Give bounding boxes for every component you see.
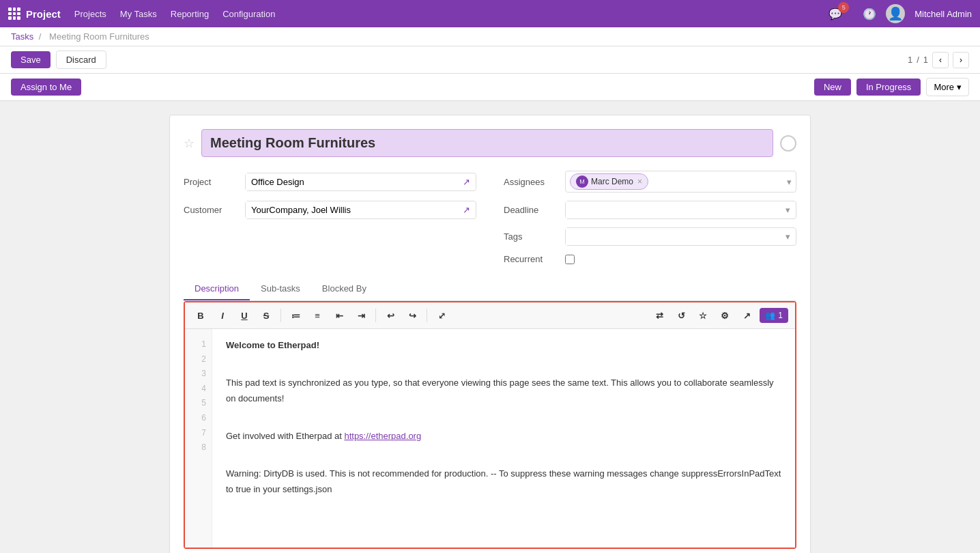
status-bar: Assign to Me New In Progress More ▾ [0,74,980,101]
tags-input-wrapper: ▾ [565,227,796,246]
nav-my-tasks[interactable]: My Tasks [120,9,157,19]
line-numbers: 1 2 3 4 5 6 7 8 [185,329,212,548]
project-input-wrapper: ↗ [245,173,476,191]
user-name: Mitchell Admin [914,9,972,19]
discard-button[interactable]: Discard [56,51,106,69]
breadcrumb: Tasks / Meeting Room Furnitures [11,31,152,42]
customer-input[interactable] [246,201,457,218]
tab-subtasks[interactable]: Sub-tasks [250,278,311,300]
deadline-input[interactable] [566,201,780,218]
redo-button[interactable]: ↪ [403,307,421,324]
indent-right-button[interactable]: ⇥ [352,307,370,324]
sync-icon[interactable]: ⇄ [650,307,668,324]
indent-left-button[interactable]: ⇤ [330,307,348,324]
customer-field-row: Customer ↗ [184,201,476,219]
strikethrough-button[interactable]: S [257,307,275,324]
collaborators-button[interactable]: 👥 1 [760,308,788,323]
project-input[interactable] [246,173,457,190]
italic-button[interactable]: I [214,307,231,324]
avatar[interactable]: 👤 [886,4,905,23]
more-button[interactable]: More ▾ [926,78,969,96]
brand: Project [8,8,61,20]
pager-next[interactable]: › [953,52,969,68]
line-6: 6 [190,411,206,426]
underline-button[interactable]: U [235,307,253,324]
nav-configuration[interactable]: Configuration [222,9,275,19]
line-1: 1 [190,337,206,352]
pad-line-3: This pad text is synchronized as you typ… [226,375,781,407]
assignees-input[interactable]: M Marc Demo × ▾ [565,171,796,193]
empty-left2 [184,254,476,264]
history-icon[interactable]: ↺ [672,307,690,324]
new-button[interactable]: New [814,79,851,96]
line-2: 2 [190,352,206,367]
assignee-remove-icon[interactable]: × [637,177,642,186]
save-button[interactable]: Save [11,51,51,68]
pager: 1 / 1 ‹ › [908,52,969,68]
tags-input[interactable] [566,228,780,245]
line-3: 3 [190,367,206,382]
project-external-link-icon[interactable]: ↗ [457,177,476,187]
pad-line-6 [226,446,781,462]
project-label: Project [184,177,238,187]
ordered-list-button[interactable]: ≔ [287,307,304,324]
chevron-down-icon: ▾ [787,177,792,187]
breadcrumb-separator: / [39,31,42,42]
notification-icon[interactable]: 💬5 [828,6,853,20]
deadline-field-row: Deadline ▾ [504,201,796,219]
bold-button[interactable]: B [192,307,210,324]
breadcrumb-parent[interactable]: Tasks [11,31,33,42]
recurrent-field-row: Recurrent [504,254,796,264]
undo-button[interactable]: ↩ [381,307,399,324]
star-toolbar-icon[interactable]: ☆ [694,307,712,324]
navbar-menu: Projects My Tasks Reporting Configuratio… [74,9,276,19]
assignee-tag: M Marc Demo × [570,173,648,190]
collaborators-icon: 👥 [765,311,775,320]
assignee-name: Marc Demo [591,177,633,186]
task-title-input[interactable] [201,129,773,157]
toolbar-sep-3 [427,309,427,322]
breadcrumb-current: Meeting Room Furnitures [49,31,149,42]
editor-toolbar: B I U S ≔ ≡ ⇤ ⇥ ↩ ↪ ⤢ ⇄ ↺ ☆ ⚙ ↗ [185,302,795,329]
toolbar-sep-1 [280,309,281,322]
nav-projects[interactable]: Projects [74,9,106,19]
clock-icon[interactable]: 🕐 [863,8,876,20]
tab-description[interactable]: Description [184,278,250,300]
main-content: ☆ Project ↗ Assignees M Marc Demo [0,101,980,553]
toolbar-sep-2 [375,309,376,322]
unordered-list-button[interactable]: ≡ [308,307,326,324]
recurrent-checkbox[interactable] [565,255,575,264]
share-icon[interactable]: ↗ [738,307,755,324]
assignees-label: Assignees [504,177,558,187]
customer-input-wrapper: ↗ [245,201,476,219]
toolbar-right: ⇄ ↺ ☆ ⚙ ↗ 👥 1 [650,307,788,324]
settings-icon[interactable]: ⚙ [716,307,734,324]
assign-to-me-button[interactable]: Assign to Me [11,79,81,96]
tags-label: Tags [504,231,558,242]
assignee-avatar: M [576,175,588,188]
pad-line-1: Welcome to Etherpad! [226,337,781,353]
etherpad-link[interactable]: https://etherpad.org [344,431,421,441]
line-5: 5 [190,396,206,411]
pad-line-2 [226,356,781,371]
form-card: ☆ Project ↗ Assignees M Marc Demo [169,115,811,553]
circle-button[interactable] [780,135,796,152]
navbar-right: 💬5 🕐 👤 Mitchell Admin [828,4,972,23]
project-field-row: Project ↗ [184,171,476,193]
pad-wrapper: 1 2 3 4 5 6 7 8 Welcome to Etherpad! Thi… [185,329,795,548]
tabs: Description Sub-tasks Blocked By [184,278,796,301]
pager-prev[interactable]: ‹ [932,52,949,68]
calendar-icon: ▾ [780,205,796,215]
nav-reporting[interactable]: Reporting [171,9,209,19]
expand-button[interactable]: ⤢ [433,307,450,324]
assignees-field-row: Assignees M Marc Demo × ▾ [504,171,796,193]
tab-blocked-by[interactable]: Blocked By [311,278,377,300]
pad-line-4 [226,410,781,425]
star-icon[interactable]: ☆ [184,136,194,151]
grid-icon[interactable] [8,8,20,20]
pad-content[interactable]: Welcome to Etherpad! This pad text is sy… [212,329,795,548]
customer-label: Customer [184,205,238,215]
tags-chevron-icon: ▾ [780,231,796,242]
line-4: 4 [190,382,206,397]
customer-external-link-icon[interactable]: ↗ [457,205,476,215]
